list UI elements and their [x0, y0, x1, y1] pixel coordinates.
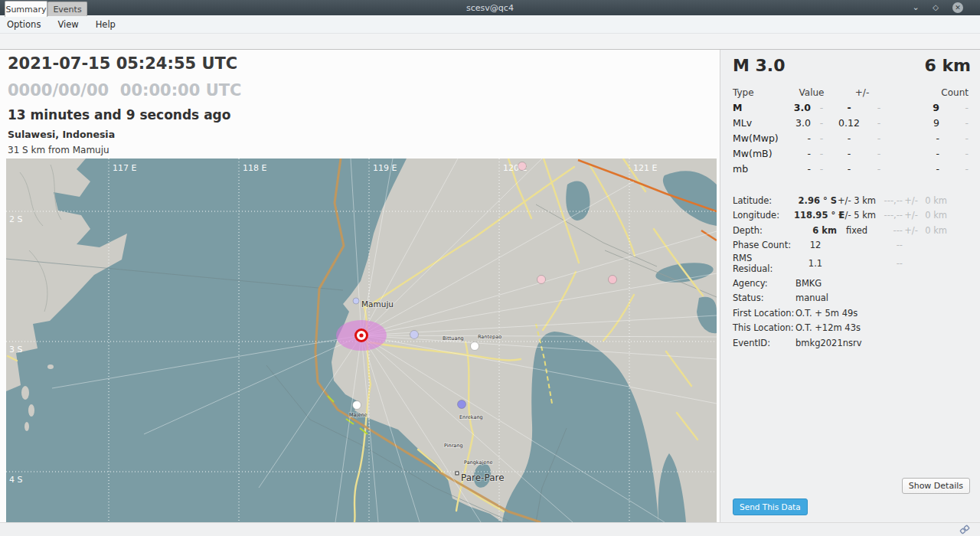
menu-help[interactable]: Help: [87, 15, 124, 33]
map-container: 117 E118 E119 E120 E121 E2 S3 S4 SMamuju…: [6, 159, 717, 522]
magnitude-row: MLv3.0-0.12-9-: [733, 115, 969, 130]
station-dot: [353, 298, 359, 304]
location-row: Latitude:2.96 ° S+/- 3 km---,--+/-0 km: [733, 193, 952, 208]
status-bar: [0, 522, 980, 536]
magnitude-row: Mw(mB)------: [733, 145, 969, 161]
minimize-button[interactable]: ⌄: [910, 2, 922, 14]
meta-row: First Location:O.T. + 5m 49s: [733, 306, 962, 321]
latitude-label: 3 S: [9, 345, 22, 355]
station-dot: [609, 276, 617, 284]
depth-headline: 6 km: [924, 56, 971, 75]
reference-distance: 31 S km from Mamuju: [8, 145, 109, 155]
latitude-label: 2 S: [9, 214, 22, 224]
origin-time: 2021-07-15 05:24:55 UTC: [8, 54, 237, 73]
station-dot: [458, 400, 466, 409]
longitude-label: 121 E: [633, 163, 657, 173]
city-label: Mamuju: [361, 299, 394, 309]
magnitude-table-header: TypeValue+/-Count: [733, 86, 969, 100]
close-button[interactable]: ✕: [952, 2, 963, 13]
magnitude-row: Mw(Mwp)------: [733, 130, 969, 145]
elapsed-time: 13 minutes and 9 seconds ago: [8, 107, 230, 123]
station-dot: [471, 342, 479, 351]
location-row: Depth:6 kmfixed---+/-0 km: [733, 223, 952, 238]
meta-row: Status:manual: [733, 291, 962, 306]
location-row: Phase Count:12--: [733, 238, 952, 253]
station-dot: [537, 276, 546, 284]
send-this-data-button[interactable]: Send This Data: [733, 498, 808, 515]
city-label: Enrekang: [459, 414, 483, 420]
maximize-button[interactable]: ◇: [929, 2, 942, 14]
city-label: Pare-Pare: [461, 472, 505, 483]
location-row: RMS Residual:1.1--: [733, 253, 952, 268]
epicenter-center: [359, 333, 363, 337]
tab-events[interactable]: Events: [47, 2, 87, 16]
longitude-label: 119 E: [373, 163, 397, 173]
secondary-time: 0000/00/00 00:00:00 UTC: [8, 81, 241, 100]
meta-block: Agency:BMKGStatus:manualFirst Location:O…: [733, 276, 962, 351]
island: [28, 404, 34, 417]
station-dot: [353, 401, 361, 410]
tab-strip: [0, 34, 980, 50]
lake-poso: [566, 181, 590, 221]
city-label: Bittuang: [443, 335, 464, 342]
location-block: Latitude:2.96 ° S+/- 3 km---,--+/-0 kmLo…: [733, 193, 952, 268]
menu-view[interactable]: View: [49, 15, 87, 33]
latitude-label: 4 S: [9, 475, 22, 485]
magnitude-table: TypeValue+/-CountM3.0---9-MLv3.0-0.12-9-…: [733, 86, 969, 176]
location-row: Longitude:118.95 ° E+/- 5 km---,--+/-0 k…: [733, 208, 952, 224]
region-name: Sulawesi, Indonesia: [8, 129, 115, 140]
island: [24, 422, 29, 431]
island: [47, 364, 54, 369]
city-label: Pinrang: [444, 443, 463, 449]
magnitude-row: mb------: [733, 161, 969, 176]
station-dot: [410, 331, 419, 339]
magnitude-row: M3.0---9-: [733, 100, 969, 115]
city-label: Pangkajene: [464, 459, 492, 466]
menu-bar: Options View Help: [0, 15, 980, 34]
island: [21, 386, 29, 400]
longitude-label: 117 E: [113, 163, 136, 173]
window-title: scesv@qc4: [0, 3, 980, 13]
application-window: scesv@qc4 ⌄ ◇ ✕ Options View Help Summar…: [0, 0, 980, 536]
city-label: Majene: [349, 412, 368, 418]
connection-status-icon: [959, 525, 971, 535]
title-bar: scesv@qc4 ⌄ ◇ ✕: [0, 0, 980, 15]
summary-panel: M 3.0 6 km TypeValue+/-CountM3.0---9-MLv…: [720, 50, 980, 522]
show-details-button[interactable]: Show Details: [902, 478, 970, 494]
tab-summary[interactable]: Summary: [5, 1, 47, 17]
city-label: Rantepao: [478, 334, 501, 340]
longitude-label: 118 E: [243, 163, 266, 173]
city-marker: [456, 472, 459, 475]
meta-row: EventID:bmkg2021nsrv: [733, 335, 962, 351]
magnitude-headline: M 3.0: [733, 56, 786, 75]
meta-row: This Location:O.T. +12m 43s: [733, 321, 962, 336]
station-dot: [518, 162, 527, 171]
event-map[interactable]: 117 E118 E119 E120 E121 E2 S3 S4 SMamuju…: [6, 159, 717, 522]
menu-options[interactable]: Options: [0, 15, 49, 33]
meta-row: Agency:BMKG: [733, 276, 962, 291]
